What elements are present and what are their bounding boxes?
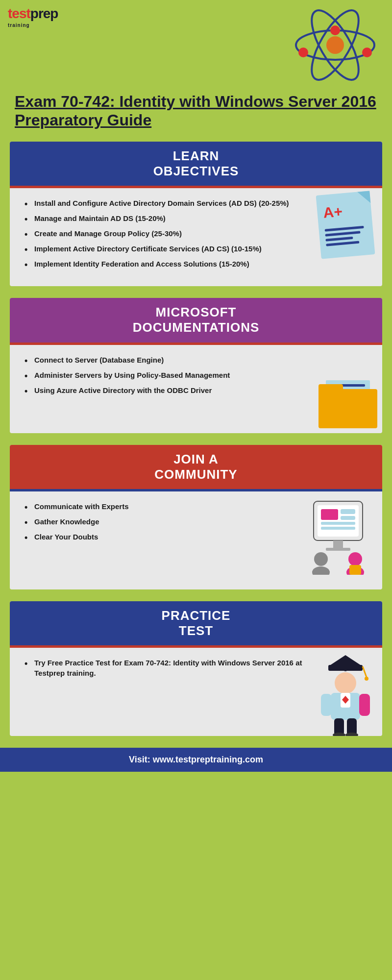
svg-rect-29 — [321, 694, 332, 716]
svg-point-4 — [330, 25, 340, 35]
microsoft-docs-title: MICROSOFTDOCUMENTATIONS — [20, 305, 372, 335]
join-community-section: JOIN ACOMMUNITY Communicate with Experts… — [10, 445, 382, 589]
join-community-body: Communicate with Experts Gather Knowledg… — [10, 491, 382, 589]
community-svg — [299, 496, 377, 575]
list-item: Implement Identity Federation and Access… — [24, 259, 318, 269]
svg-point-3 — [326, 36, 344, 54]
list-item: Create and Manage Group Policy (25-30%) — [24, 228, 318, 239]
logo-red: test — [8, 6, 30, 21]
learn-objectives-header: LEARNOBJECTIVES — [10, 142, 382, 188]
main-title-block: Exam 70-742: Identity with Windows Serve… — [0, 84, 392, 142]
list-item: Clear Your Doubts — [24, 532, 294, 542]
grade-aplus: A+ — [322, 203, 343, 221]
svg-rect-15 — [326, 548, 350, 551]
logo-text: testprep — [8, 6, 58, 22]
learn-objectives-title: LEARNOBJECTIVES — [20, 148, 372, 179]
svg-rect-11 — [341, 516, 355, 520]
learn-objectives-list: Install and Configure Active Directory D… — [20, 198, 318, 269]
microsoft-docs-list: Connect to Server (Database Engine) Admi… — [20, 355, 314, 395]
grad-icon — [314, 653, 377, 736]
list-item: Try Free Practice Test for Exam 70-742: … — [24, 658, 304, 678]
grade-icon: A+ — [318, 193, 372, 257]
logo-sub: training — [8, 23, 58, 28]
join-community-header: JOIN ACOMMUNITY — [10, 445, 382, 491]
svg-point-25 — [335, 672, 356, 694]
footer-text: Visit: www.testpreptraining.com — [7, 755, 385, 765]
practice-test-list: Try Free Practice Test for Exam 70-742: … — [20, 658, 304, 678]
main-title: Exam 70-742: Identity with Windows Serve… — [15, 92, 377, 130]
join-community-title: JOIN ACOMMUNITY — [20, 452, 372, 482]
grade-lines — [325, 226, 366, 249]
folder-body — [318, 389, 377, 428]
atom-svg — [291, 6, 379, 84]
folder-shape — [318, 384, 377, 428]
svg-rect-9 — [321, 509, 338, 520]
grad-svg — [314, 653, 377, 736]
practice-test-title: PRACTICETEST — [20, 608, 372, 638]
grade-card: A+ — [316, 191, 375, 259]
list-item: Connect to Server (Database Engine) — [24, 355, 314, 365]
grade-line — [326, 241, 359, 246]
community-icon — [299, 496, 377, 585]
svg-point-18 — [348, 552, 362, 566]
svg-point-24 — [365, 677, 368, 681]
svg-rect-14 — [333, 540, 343, 548]
practice-test-section: PRACTICETEST Try Free Practice Test for … — [10, 601, 382, 736]
grade-line — [325, 231, 360, 237]
atom-icon — [291, 6, 379, 84]
svg-rect-12 — [321, 522, 355, 525]
svg-point-5 — [362, 48, 372, 57]
list-item: Manage and Maintain AD DS (15-20%) — [24, 213, 318, 223]
svg-point-6 — [298, 48, 308, 57]
join-community-list: Communicate with Experts Gather Knowledg… — [20, 501, 294, 542]
grade-line — [325, 237, 353, 242]
svg-rect-20 — [349, 565, 361, 575]
list-item: Install and Configure Active Directory D… — [24, 198, 318, 208]
learn-objectives-section: LEARNOBJECTIVES Install and Configure Ac… — [10, 142, 382, 286]
logo-dark: prep — [30, 6, 58, 21]
logo: testprep training — [8, 6, 58, 28]
list-item: Implement Active Directory Certificate S… — [24, 244, 318, 254]
header: testprep training — [0, 0, 392, 84]
microsoft-docs-header: MICROSOFTDOCUMENTATIONS — [10, 298, 382, 344]
microsoft-docs-section: MICROSOFTDOCUMENTATIONS Connect to Serve… — [10, 298, 382, 433]
microsoft-docs-body: Connect to Server (Database Engine) Admi… — [10, 345, 382, 433]
list-item: Gather Knowledge — [24, 516, 294, 527]
list-item: Administer Servers by Using Policy-Based… — [24, 370, 314, 380]
svg-rect-10 — [341, 509, 355, 514]
folder-icon — [318, 384, 377, 428]
svg-rect-13 — [321, 527, 355, 530]
svg-line-23 — [363, 666, 367, 677]
practice-test-header: PRACTICETEST — [10, 601, 382, 648]
svg-point-16 — [314, 552, 328, 566]
list-item: Communicate with Experts — [24, 501, 294, 512]
list-item: Using Azure Active Directory with the OD… — [24, 385, 314, 395]
learn-objectives-body: Install and Configure Active Directory D… — [10, 188, 382, 286]
svg-point-17 — [312, 566, 330, 575]
practice-test-body: Try Free Practice Test for Exam 70-742: … — [10, 648, 382, 736]
svg-rect-30 — [359, 694, 370, 716]
footer: Visit: www.testpreptraining.com — [0, 748, 392, 772]
